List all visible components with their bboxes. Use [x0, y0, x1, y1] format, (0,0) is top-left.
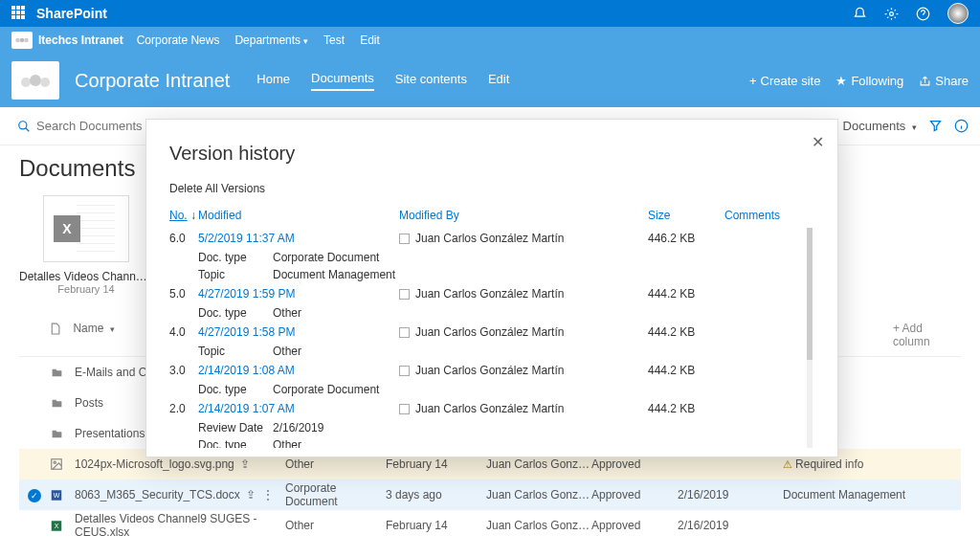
version-history-dialog: ✕ Version history Delete All Versions No… — [145, 119, 838, 457]
version-row[interactable]: 6.05/2/2019 11:37 AMJuan Carlos González… — [169, 228, 814, 249]
col-modified-by[interactable]: Modified By — [399, 209, 648, 222]
folder-icon — [50, 367, 75, 379]
checkbox-icon[interactable] — [399, 327, 410, 338]
version-timestamp-link[interactable]: 2/14/2019 1:07 AM — [198, 402, 295, 415]
svg-point-8 — [19, 121, 27, 128]
bell-icon[interactable] — [853, 7, 867, 21]
excel-icon: X — [54, 215, 80, 242]
chevron-down-icon: ▾ — [912, 123, 917, 132]
col-comments[interactable]: Comments — [724, 209, 814, 222]
cell-review-date: 2/16/2019 — [678, 488, 783, 501]
cell-modified-by: Juan Carlos González Mart — [486, 488, 591, 501]
hero-title[interactable]: Corporate Intranet — [75, 70, 230, 92]
global-topbar: SharePoint — [0, 0, 980, 27]
svg-text:X: X — [55, 523, 59, 529]
version-modby: Juan Carlos González Martín — [399, 287, 648, 301]
sub-label: Doc. type — [198, 438, 273, 448]
file-thumbnail[interactable]: X Detalles Videos Channel... February 14 — [19, 195, 153, 295]
share-icon[interactable]: ⇪ — [246, 488, 256, 501]
nav-corporate-news[interactable]: Corporate News — [137, 33, 220, 47]
checkbox-icon[interactable] — [399, 404, 410, 414]
version-row[interactable]: 4.04/27/2019 1:58 PMJuan Carlos González… — [169, 322, 814, 343]
add-column-button[interactable]: + Add column — [893, 322, 961, 348]
table-row[interactable]: ✓W8063_M365_Security_TCS.docx ⇪ ⋮Corpora… — [19, 479, 961, 510]
version-table-header: No. ↓ Modified Modified By Size Comments — [169, 209, 814, 222]
share-button[interactable]: Share — [919, 74, 969, 88]
file-name[interactable]: Detalles Videos Channel9 SUGES - CEUS.xl… — [75, 512, 285, 539]
version-sub-row: TopicOther — [169, 343, 814, 360]
version-no: 5.0 — [169, 287, 198, 301]
version-sub-row: Doc. typeOther — [169, 436, 814, 448]
sub-value: Other — [273, 345, 301, 358]
checkbox-icon[interactable] — [399, 289, 410, 300]
table-row[interactable]: XDetalles Videos Channel9 SUGES - CEUS.x… — [19, 510, 961, 541]
col-modified[interactable]: Modified — [198, 209, 399, 222]
scrollbar-thumb[interactable] — [807, 228, 813, 360]
view-selector[interactable]: All Documents ▾ — [826, 119, 917, 133]
version-row[interactable]: 3.02/14/2019 1:08 AMJuan Carlos González… — [169, 360, 814, 381]
version-sub-row: Doc. typeOther — [169, 304, 814, 322]
tab-home[interactable]: Home — [256, 72, 290, 90]
tab-site-contents[interactable]: Site contents — [395, 72, 467, 90]
create-site-button[interactable]: +Create site — [749, 74, 820, 88]
svg-text:W: W — [54, 492, 60, 499]
svg-point-2 — [15, 38, 20, 43]
image-icon — [50, 457, 75, 471]
chevron-down-icon: ▾ — [303, 36, 308, 46]
share-icon[interactable]: ⇪ — [240, 457, 250, 471]
folder-icon — [50, 428, 75, 440]
version-no: 4.0 — [169, 325, 198, 339]
site-logo-small — [11, 32, 33, 49]
svg-point-3 — [20, 38, 25, 43]
sub-label: Doc. type — [198, 383, 273, 396]
version-row[interactable]: 5.04/27/2019 1:59 PMJuan Carlos González… — [169, 283, 814, 304]
file-name[interactable]: 1024px-Microsoft_logo.svg.png ⇪ — [75, 457, 285, 471]
version-timestamp-link[interactable]: 5/2/2019 11:37 AM — [198, 232, 295, 245]
version-timestamp-link[interactable]: 2/14/2019 1:08 AM — [198, 364, 295, 377]
version-timestamp-link[interactable]: 4/27/2019 1:59 PM — [198, 287, 295, 301]
version-timestamp-link[interactable]: 4/27/2019 1:58 PM — [198, 325, 295, 339]
version-modby: Juan Carlos González Martín — [399, 325, 648, 339]
svg-point-4 — [24, 38, 29, 43]
nav-test[interactable]: Test — [323, 33, 345, 47]
gear-icon[interactable] — [884, 7, 899, 21]
checkbox-icon[interactable] — [399, 366, 410, 376]
version-sub-row: Doc. typeCorporate Document — [169, 249, 814, 266]
svg-point-0 — [890, 11, 894, 15]
cell-approval: Approved — [591, 457, 678, 471]
more-icon[interactable]: ⋮ — [262, 488, 274, 501]
version-size: 444.2 KB — [648, 287, 724, 301]
filter-icon[interactable] — [928, 119, 943, 133]
cell-approval: Approved — [591, 488, 678, 501]
folder-icon — [50, 397, 75, 410]
thumbnail-date: February 14 — [19, 283, 153, 295]
help-icon[interactable] — [916, 7, 930, 21]
tab-documents[interactable]: Documents — [311, 71, 374, 91]
version-no: 6.0 — [169, 232, 198, 245]
col-size[interactable]: Size — [648, 209, 724, 222]
tab-edit[interactable]: Edit — [488, 72, 509, 90]
version-row[interactable]: 2.02/14/2019 1:07 AMJuan Carlos González… — [169, 398, 814, 419]
cell-doctype: Other — [285, 519, 386, 532]
avatar[interactable] — [947, 3, 969, 24]
sub-value: Corporate Document — [273, 251, 379, 264]
file-name[interactable]: 8063_M365_Security_TCS.docx ⇪ ⋮ — [75, 488, 285, 501]
cell-modified-by: Juan Carlos González Mart — [486, 457, 591, 471]
version-size: 444.2 KB — [648, 402, 724, 415]
close-icon[interactable]: ✕ — [812, 133, 824, 151]
share-icon — [919, 75, 931, 87]
nav-departments[interactable]: Departments▾ — [234, 33, 308, 47]
secondary-nav: Itechcs Intranet Corporate News Departme… — [0, 27, 980, 54]
info-icon[interactable] — [954, 119, 969, 133]
following-button[interactable]: ★Following — [835, 74, 903, 88]
delete-all-versions-link[interactable]: Delete All Versions — [169, 182, 814, 195]
checkbox-icon[interactable] — [399, 234, 410, 244]
nav-edit[interactable]: Edit — [360, 33, 380, 47]
dialog-title: Version history — [169, 143, 814, 165]
version-modby: Juan Carlos González Martín — [399, 232, 648, 245]
cell-modified: February 14 — [386, 457, 486, 471]
col-no[interactable]: No. — [169, 209, 188, 222]
excel-icon: X — [50, 519, 75, 533]
site-name[interactable]: Itechcs Intranet — [38, 33, 123, 47]
app-launcher-icon[interactable] — [11, 6, 27, 21]
